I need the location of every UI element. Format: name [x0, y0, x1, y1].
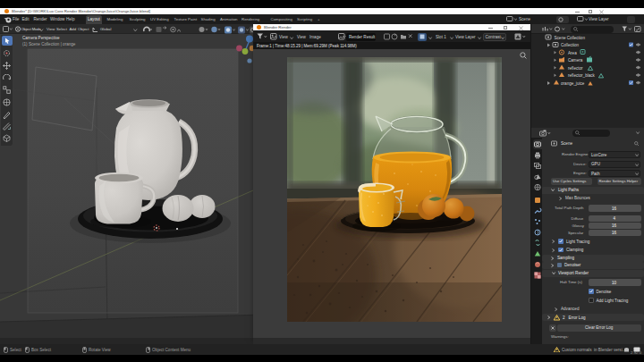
svg-text:reflector: reflector — [568, 66, 583, 71]
svg-text:reflector_black: reflector_black — [568, 73, 596, 78]
svg-text:Collection: Collection — [561, 43, 580, 47]
svg-text:Camera: Camera — [568, 58, 583, 63]
svg-text:Scene Collection: Scene Collection — [555, 36, 586, 40]
svg-text:Area: Area — [568, 51, 577, 55]
svg-text:orange_juice: orange_juice — [561, 81, 585, 86]
